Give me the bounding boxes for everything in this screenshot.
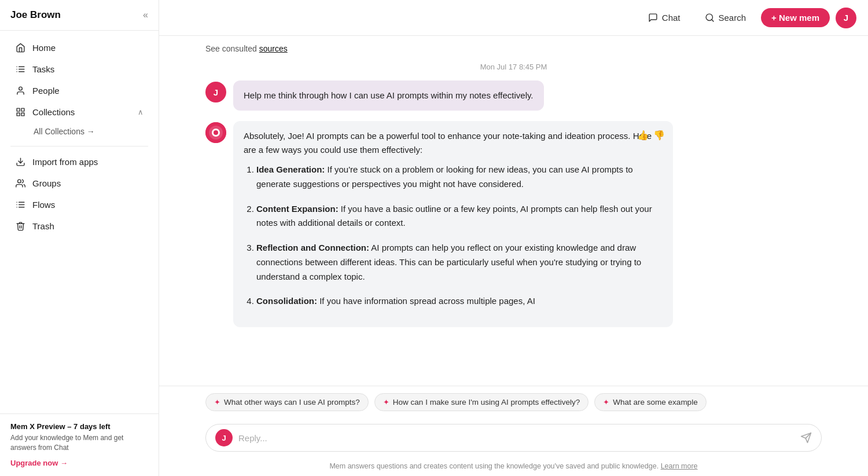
- import-icon: [15, 156, 25, 167]
- suggestion-chip-1[interactable]: ✦ What other ways can I use AI prompts?: [205, 393, 369, 411]
- see-sources-bar: See consulted sources: [205, 36, 822, 57]
- user-message-text: Help me think through how I can use AI p…: [244, 90, 534, 100]
- sidebar-item-flows-label: Flows: [32, 200, 144, 210]
- svg-rect-8: [21, 108, 24, 111]
- main-area: Chat Search + New mem J See consulted so…: [159, 0, 868, 476]
- new-mem-button-label: + New mem: [771, 13, 819, 23]
- collections-icon: [15, 107, 25, 117]
- sidebar-item-tasks-label: Tasks: [32, 64, 144, 74]
- ai-list-item-2: Content Expansion: If you have a basic o…: [256, 202, 663, 231]
- sidebar-item-people-label: People: [32, 86, 144, 96]
- svg-rect-10: [17, 112, 20, 115]
- user-message-row: J Help me think through how I can use AI…: [205, 80, 822, 111]
- svg-point-12: [17, 180, 21, 183]
- ai-item-1-label: Idea Generation:: [256, 164, 325, 174]
- see-sources-prefix: See consulted: [205, 44, 257, 53]
- suggestion-chip-2-label: How can I make sure I'm using AI prompts…: [393, 398, 580, 407]
- reply-input-wrap: J: [205, 424, 822, 452]
- svg-line-20: [711, 20, 713, 21]
- ai-item-3-label: Reflection and Connection:: [256, 243, 369, 252]
- send-icon: [800, 432, 812, 444]
- svg-point-24: [214, 130, 218, 135]
- trash-icon: [15, 221, 25, 231]
- new-mem-button[interactable]: + New mem: [761, 8, 830, 27]
- chat-footer-note: Mem answers questions and creates conten…: [159, 460, 868, 476]
- collections-sub: All Collections →: [0, 123, 159, 141]
- thumbs-up-icon[interactable]: 👍: [637, 128, 649, 143]
- ai-response-list: Idea Generation: If you're stuck on a pr…: [244, 163, 663, 309]
- reply-input[interactable]: [238, 433, 795, 443]
- sidebar-item-groups[interactable]: Groups: [5, 173, 154, 193]
- sidebar-item-collections[interactable]: Collections ∧: [5, 101, 154, 122]
- ai-intro: Absolutely, Joe! AI prompts can be a pow…: [244, 129, 663, 157]
- chip-sparkle-icon-3: ✦: [603, 398, 609, 407]
- search-button[interactable]: Search: [696, 8, 756, 27]
- chat-icon: [648, 13, 658, 23]
- all-collections-label: All Collections →: [34, 127, 95, 136]
- flows-icon: [15, 199, 25, 210]
- ai-message-bubble: 👍 👎 Absolutely, Joe! AI prompts can be a…: [233, 121, 673, 327]
- sidebar-divider: [10, 146, 148, 147]
- svg-rect-9: [21, 112, 24, 115]
- sources-link[interactable]: sources: [259, 44, 288, 53]
- footer-note-text: Mem answers questions and creates conten…: [329, 462, 659, 470]
- user-message-bubble: Help me think through how I can use AI p…: [233, 80, 544, 111]
- chip-sparkle-icon-1: ✦: [214, 398, 220, 407]
- message-actions: 👍 👎: [637, 128, 665, 143]
- user-avatar-initial: J: [214, 87, 218, 97]
- ai-item-4-label: Consolidation:: [256, 296, 317, 306]
- thumbs-down-icon[interactable]: 👎: [653, 128, 665, 143]
- home-icon: [15, 42, 25, 53]
- sidebar-item-import[interactable]: Import from apps: [5, 151, 154, 172]
- suggestion-chip-1-label: What other ways can I use AI prompts?: [224, 398, 360, 407]
- sidebar-header: Joe Brown «: [0, 0, 159, 31]
- sidebar-item-import-label: Import from apps: [32, 157, 144, 167]
- sidebar-nav: Home Tasks People: [0, 31, 159, 413]
- chat-area: See consulted sources Mon Jul 17 8:45 PM…: [159, 36, 868, 386]
- sidebar-item-tasks[interactable]: Tasks: [5, 58, 154, 79]
- suggestion-chip-2[interactable]: ✦ How can I make sure I'm using AI promp…: [374, 393, 589, 411]
- user-avatar-button[interactable]: J: [836, 8, 856, 28]
- upgrade-link[interactable]: Upgrade now →: [10, 459, 68, 467]
- topbar: Chat Search + New mem J: [159, 0, 868, 36]
- sidebar: Joe Brown « Home Tasks: [0, 0, 159, 476]
- sidebar-item-flows[interactable]: Flows: [5, 194, 154, 215]
- collapse-icon[interactable]: «: [143, 10, 148, 20]
- suggestion-chip-3-label: What are some example: [613, 398, 697, 407]
- reply-avatar: J: [215, 429, 233, 446]
- chip-sparkle-icon-2: ✦: [383, 398, 389, 407]
- avatar-initial: J: [844, 13, 848, 23]
- sidebar-item-collections-label: Collections: [32, 107, 131, 117]
- ai-item-4-text: If you have information spread across mu…: [317, 296, 535, 306]
- user-message-avatar: J: [205, 82, 226, 102]
- chat-button-label: Chat: [662, 13, 681, 23]
- tasks-icon: [15, 64, 25, 74]
- ai-list-item-4: Consolidation: If you have information s…: [256, 294, 663, 309]
- chat-timestamp: Mon Jul 17 8:45 PM: [205, 57, 822, 80]
- sidebar-item-home[interactable]: Home: [5, 37, 154, 58]
- sidebar-item-trash[interactable]: Trash: [5, 215, 154, 236]
- username: Joe Brown: [10, 9, 61, 21]
- search-button-label: Search: [719, 13, 746, 23]
- ai-message-avatar: [205, 122, 226, 143]
- all-collections-item[interactable]: All Collections →: [27, 124, 159, 139]
- chevron-up-icon: ∧: [138, 108, 144, 116]
- sidebar-item-people[interactable]: People: [5, 80, 154, 101]
- chat-button[interactable]: Chat: [639, 8, 690, 27]
- ai-item-2-label: Content Expansion:: [256, 204, 339, 214]
- groups-icon: [15, 178, 25, 188]
- suggestion-bar: ✦ What other ways can I use AI prompts? …: [159, 386, 868, 418]
- input-area: J: [159, 418, 868, 460]
- ai-list-item-3: Reflection and Connection: AI prompts ca…: [256, 241, 663, 284]
- suggestion-chip-3[interactable]: ✦ What are some example: [594, 393, 706, 411]
- sidebar-item-trash-label: Trash: [32, 221, 144, 231]
- svg-rect-7: [17, 108, 20, 111]
- sidebar-item-groups-label: Groups: [32, 178, 144, 188]
- sidebar-item-home-label: Home: [32, 43, 144, 53]
- learn-more-link[interactable]: Learn more: [661, 462, 698, 470]
- footer-desc: Add your knowledge to Mem and get answer…: [10, 433, 148, 453]
- people-icon: [15, 85, 25, 96]
- ai-message-row: 👍 👎 Absolutely, Joe! AI prompts can be a…: [205, 121, 822, 327]
- svg-point-6: [19, 87, 22, 90]
- send-button[interactable]: [800, 432, 812, 444]
